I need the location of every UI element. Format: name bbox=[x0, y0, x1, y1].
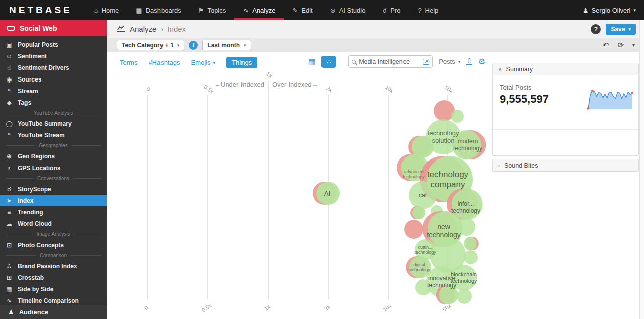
main-nav: ⌂Home▦Dashboards⚑Topics∿Analyze✎Edit⊛AI … bbox=[86, 0, 447, 20]
summary-panel-header[interactable]: ∨ Summary bbox=[492, 63, 639, 75]
scrollbar[interactable] bbox=[639, 20, 644, 319]
info-icon[interactable]: i bbox=[189, 41, 198, 50]
breadcrumb-page: Index bbox=[167, 25, 186, 33]
sidebar-item-youtube-summary[interactable]: ◯YouTube Summary bbox=[0, 118, 107, 129]
axis-label-top-50x: 50x bbox=[444, 84, 455, 94]
analyze-chart-icon: ∿ bbox=[243, 7, 249, 14]
sidebar-footer-label: Audience bbox=[19, 308, 49, 316]
bubble-unlabeled[interactable] bbox=[464, 250, 478, 264]
sidebar-item-label: Trending bbox=[18, 209, 43, 216]
sidebar-item-brand-passion-index[interactable]: ∴Brand Passion Index bbox=[0, 260, 107, 272]
sidebar-item-sentiment[interactable]: ☺Sentiment bbox=[0, 50, 107, 62]
nav-item-analyze[interactable]: ∿Analyze bbox=[234, 0, 284, 20]
divider-line bbox=[73, 178, 101, 179]
nav-item-help[interactable]: ?Help bbox=[409, 0, 447, 20]
sidebar-item-label: Brand Passion Index bbox=[18, 263, 77, 270]
bubble-label: AI bbox=[324, 190, 330, 197]
nav-item-edit[interactable]: ✎Edit bbox=[284, 0, 321, 20]
cloud-icon: ☁ bbox=[5, 220, 13, 227]
sidebar-section-conversations: Conversations bbox=[0, 174, 107, 183]
open-external-icon[interactable]: ↗ bbox=[423, 59, 429, 65]
sidebar-item-crosstab[interactable]: ⊞Crosstab bbox=[0, 272, 107, 283]
sidebar-item-stream[interactable]: “Stream bbox=[0, 85, 107, 97]
sound-bites-panel-header[interactable]: › Sound Bites bbox=[492, 159, 639, 172]
nav-item-label: AI Studio bbox=[339, 7, 366, 14]
breadcrumb-section[interactable]: Analyze bbox=[130, 25, 156, 33]
popular-posts-icon: ▣ bbox=[5, 41, 13, 48]
cluster-view-icon[interactable]: ∴ bbox=[321, 56, 336, 68]
nav-item-label: Analyze bbox=[252, 7, 275, 14]
divider-line bbox=[6, 178, 34, 179]
gear-icon[interactable]: ⚙ bbox=[478, 57, 485, 66]
nav-item-label: Edit bbox=[301, 7, 312, 14]
ai-studio-icon: ⊛ bbox=[330, 7, 336, 14]
sidebar-item-storyscope[interactable]: ☌StoryScope bbox=[0, 183, 107, 195]
sidebar-header-social-web[interactable]: Social Web bbox=[0, 20, 107, 36]
home-icon: ⌂ bbox=[94, 7, 98, 14]
bubble-label: solution bbox=[432, 137, 455, 144]
sidebar-item-photo-concepts[interactable]: ⊡Photo Concepts bbox=[0, 239, 107, 251]
sound-bites-title: Sound Bites bbox=[504, 162, 538, 169]
nav-item-ai-studio[interactable]: ⊛AI Studio bbox=[321, 0, 374, 20]
bubble-unlabeled[interactable] bbox=[410, 206, 425, 219]
chevron-down-icon[interactable]: ▾ bbox=[632, 42, 635, 48]
topic-filter-dropdown[interactable]: Tech Category + 1 ▾ bbox=[117, 40, 184, 50]
bubble-label: modern bbox=[458, 138, 478, 145]
bubble-label: technology bbox=[428, 129, 459, 137]
quote-icon: “ bbox=[5, 132, 13, 139]
nav-item-dashboards[interactable]: ▦Dashboards bbox=[127, 0, 189, 20]
refresh-icon[interactable]: ⟳ bbox=[617, 41, 624, 50]
divider-line bbox=[6, 255, 36, 256]
edit-pencil-icon: ✎ bbox=[292, 7, 298, 14]
sidebar-section-label: Image Analysis bbox=[36, 231, 70, 237]
sidebar-item-trending[interactable]: ≡Trending bbox=[0, 206, 107, 218]
sidebar-item-label: Popular Posts bbox=[18, 41, 58, 48]
bubble-unlabeled[interactable] bbox=[464, 237, 479, 250]
nav-item-home[interactable]: ⌂Home bbox=[86, 0, 128, 20]
chevron-down-icon: ▾ bbox=[628, 27, 631, 32]
sparkline-svg bbox=[587, 85, 633, 111]
save-button[interactable]: Save ▾ bbox=[606, 24, 636, 35]
date-range-dropdown[interactable]: Last month ▾ bbox=[202, 40, 251, 50]
sidebar-item-popular-posts[interactable]: ▣Popular Posts bbox=[0, 39, 107, 50]
user-menu[interactable]: ♟ Sergio Oliveri ▾ bbox=[575, 0, 644, 20]
bubble-label: advanced bbox=[404, 169, 423, 174]
bubble-unlabeled[interactable] bbox=[451, 110, 464, 123]
bubble-circle bbox=[464, 237, 477, 250]
divider-line bbox=[6, 145, 35, 146]
thumbs-up-icon: ☝ bbox=[5, 64, 13, 71]
nav-item-label: Help bbox=[425, 7, 439, 14]
nav-item-pro[interactable]: ☌Pro bbox=[374, 0, 409, 20]
download-icon[interactable]: ⇩ bbox=[466, 58, 472, 65]
posts-dropdown[interactable]: Posts ▾ bbox=[439, 58, 460, 65]
bubble-label: technology bbox=[451, 207, 480, 214]
tab-terms[interactable]: Terms bbox=[120, 59, 137, 66]
nav-item-label: Dashboards bbox=[146, 7, 181, 14]
sidebar-item-youtube-stream[interactable]: “YouTube Stream bbox=[0, 129, 107, 141]
sidebar-item-audience[interactable]: ♟ Audience bbox=[0, 305, 107, 319]
table-view-icon[interactable]: ▦ bbox=[308, 57, 315, 66]
nav-item-topics[interactable]: ⚑Topics bbox=[190, 0, 235, 20]
user-name: Sergio Oliveri bbox=[591, 7, 630, 14]
sidebar-item-sentiment-drivers[interactable]: ☝Sentiment Drivers bbox=[0, 62, 107, 73]
sidebar-item-side-by-side[interactable]: ▦Side by Side bbox=[0, 283, 107, 295]
undo-icon[interactable]: ↶ bbox=[603, 41, 609, 50]
search-input[interactable] bbox=[359, 58, 420, 65]
divider-line bbox=[71, 145, 101, 146]
bubble-label: new bbox=[437, 223, 451, 231]
sidebar-item-index[interactable]: ➤Index bbox=[0, 195, 107, 206]
bubble-unlabeled[interactable] bbox=[457, 289, 472, 304]
bubble-unlabeled[interactable] bbox=[404, 220, 423, 239]
tab-things[interactable]: Things bbox=[226, 57, 257, 68]
sidebar-item-sources[interactable]: ◉Sources bbox=[0, 73, 107, 85]
sidebar-item-geo-regions[interactable]: ⊕Geo Regions bbox=[0, 150, 107, 162]
sidebar-item-word-cloud[interactable]: ☁Word Cloud bbox=[0, 218, 107, 229]
help-icon[interactable]: ? bbox=[591, 24, 601, 34]
bubble-label: cuttin... bbox=[418, 245, 432, 250]
sidebar-item-tags[interactable]: ◆Tags bbox=[0, 97, 107, 108]
tab-#hashtags[interactable]: #Hashtags bbox=[148, 59, 180, 66]
sidebar-item-label: Geo Regions bbox=[18, 153, 55, 160]
over-indexed-annotation: Over-Indexed→ bbox=[272, 81, 318, 88]
tab-emojis[interactable]: Emojis▾ bbox=[191, 59, 216, 66]
sidebar-item-gps-locations[interactable]: ♁GPS Locations bbox=[0, 162, 107, 174]
